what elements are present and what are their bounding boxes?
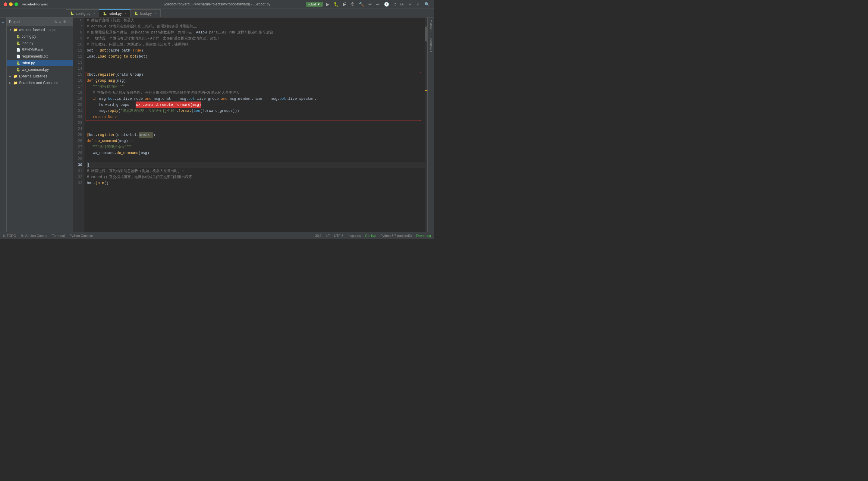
tree-requirements[interactable]: 📄 requirements.txt <box>7 53 73 60</box>
tree-robot[interactable]: 🐍 robot.py <box>7 60 73 66</box>
tab-robot-close[interactable]: × <box>125 12 127 15</box>
panel-header-icons: ⊕ ≡ ⚙ − <box>54 20 70 24</box>
rollback-icon[interactable]: ↺ <box>393 2 398 7</box>
code-line-33: bot.join() <box>87 180 427 186</box>
fold-marker-31[interactable]: ▽ <box>182 168 184 174</box>
scratches-arrow: ▶ <box>9 82 12 85</box>
tab-bar: 🐍 config.py × 🐍 robot.py × 🐍 load.py × <box>0 8 434 18</box>
vcs-item[interactable]: 9: Version Control <box>21 234 47 237</box>
coverage-icon[interactable]: ▶̈ <box>342 2 347 7</box>
code-line-23 <box>87 120 427 126</box>
code-line-16: def group_msg(msg): ▽ <box>87 78 427 84</box>
scroll-marker <box>425 90 427 91</box>
code-line-21: msg.reply('消息发送完毕，共发送至{}个群'.format(len(f… <box>87 108 427 114</box>
code-line-10: # 详细教程、问题反馈、意见建议，关注微信公众号：裸睡的猪 <box>87 41 427 47</box>
gear-icon[interactable]: ⚙ <box>63 20 66 24</box>
tree-scratches[interactable]: ▶ 📁 Scratches and Consoles <box>7 79 73 86</box>
project-tree: ▼ 📁 wxrobot-forward ~/Pyc 🐍 config.py 🐍 … <box>7 26 73 232</box>
tab-load[interactable]: 🐍 load.py × <box>130 9 161 17</box>
run-icon[interactable]: ▶ <box>325 2 330 7</box>
config-file-icon: 🐍 <box>70 11 74 15</box>
sciview-label[interactable]: SciView <box>429 20 433 32</box>
code-line-22: return None <box>87 114 427 120</box>
terminal-item[interactable]: Terminal <box>52 234 65 237</box>
readme-label: README.md <box>22 47 43 52</box>
profile-icon[interactable]: ⏱ <box>350 2 355 7</box>
maximize-button[interactable] <box>14 2 18 6</box>
tab-load-close[interactable]: × <box>155 12 157 15</box>
event-log[interactable]: Event Log <box>416 234 431 237</box>
code-line-7: # console_qr表示在控制台打出二维码, 部署到服务器时需要加上 <box>87 24 427 30</box>
vcs-icon[interactable]: ↩ <box>367 2 373 7</box>
python-console-item[interactable]: Python Console <box>70 234 93 237</box>
git-check-icon[interactable]: ✓ <box>408 2 413 7</box>
code-lines[interactable]: # 微信群直播（转发）机器人 # console_qr表示在控制台打出二维码, … <box>84 18 427 232</box>
config-label: config.py <box>22 34 36 39</box>
cursor-position: 30:1 <box>315 234 321 237</box>
req-label: requirements.txt <box>22 54 48 59</box>
wxcmd-icon: 🐍 <box>16 68 21 72</box>
chevron-down-icon: ▼ <box>317 2 320 6</box>
git-push-icon[interactable]: ✓ <box>415 2 421 7</box>
tab-config[interactable]: 🐍 config.py × <box>66 9 99 17</box>
code-line-12: load.load_config_to_bot(bot) <box>87 54 427 60</box>
code-line-28: wx_command.do_command(msg) <box>87 150 427 156</box>
project-label: Project <box>9 20 20 24</box>
code-line-31: # 堵塞进程，直到结束消息监听（例如，机器人被登出时） ▽ <box>87 168 427 174</box>
extlib-folder-icon: 📁 <box>13 74 18 78</box>
left-strip: 1 <box>0 18 7 232</box>
tree-load[interactable]: 🐍 load.py <box>7 40 73 46</box>
fold-marker-26[interactable]: ▽ <box>131 138 133 144</box>
window-title: wxrobot-forward [~/PycharmProjects/wxrob… <box>164 2 270 6</box>
code-line-32: # embed（）互交模式阻塞，电脑休眠或关闭互交窗口则退出程序 <box>87 174 427 180</box>
tab-config-close[interactable]: × <box>93 12 95 15</box>
build-icon[interactable]: 🔨 <box>358 2 365 7</box>
status-left: 6: TODO 9: Version Control Terminal Pyth… <box>3 234 93 237</box>
code-line-27: """执行管理员命令""" <box>87 144 427 150</box>
minimize-button[interactable] <box>9 2 13 6</box>
run-config-label: robot <box>308 2 316 6</box>
tab-robot-label: robot.py <box>109 11 122 16</box>
settings-icon[interactable]: ≡ <box>59 20 61 24</box>
fold-marker-16[interactable]: ▽ <box>129 78 130 84</box>
readme-icon: 📄 <box>16 48 21 52</box>
tab-load-label: load.py <box>140 11 152 16</box>
right-strip: SciView Database <box>427 18 434 232</box>
code-line-18: # 判断是否满足转发直播条件: 开启直播模式+当前消息是主讲群内的+发消息的人是… <box>87 90 427 96</box>
config-icon: 🐍 <box>16 35 21 39</box>
code-line-9: # 一般情况一个微信可以转发消息到8-9个群，太多的话会提示发送消息过于频繁！ <box>87 36 427 41</box>
code-line-6: # 微信群直播（转发）机器人 <box>87 18 427 24</box>
tree-extlib[interactable]: ▶ 📁 External Libraries <box>7 73 73 79</box>
scrollbar-thumb[interactable] <box>425 27 427 41</box>
debug-icon[interactable]: 🐛 <box>333 2 340 7</box>
scratches-label: Scratches and Consoles <box>19 81 58 85</box>
undo-icon[interactable]: ↩ <box>375 2 381 7</box>
titlebar: wxrobot-forward wxrobot-forward [~/Pycha… <box>0 0 434 8</box>
code-area[interactable]: 6 7 8 9 10 11 12 13 14 15 16 17 18 19 20… <box>73 18 427 232</box>
tree-readme[interactable]: 📄 README.md <box>7 46 73 53</box>
sync-icon[interactable]: ⊕ <box>54 20 57 24</box>
root-label: wxrobot-forward <box>19 28 45 32</box>
code-line-13 <box>87 60 427 66</box>
load-label: load.py <box>22 41 33 45</box>
todo-item[interactable]: 6: TODO <box>3 234 16 237</box>
history-icon[interactable]: 🕐 <box>383 2 390 7</box>
search-icon[interactable]: 🔍 <box>424 2 430 7</box>
load-icon: 🐍 <box>16 41 21 45</box>
tab-robot[interactable]: 🐍 robot.py × <box>99 9 130 17</box>
database-label[interactable]: Database <box>429 38 433 52</box>
git-label: Git: <box>400 2 405 6</box>
run-config-button[interactable]: robot ▼ <box>306 2 323 7</box>
root-folder-icon: 📁 <box>13 28 18 32</box>
inline-highlight-20: wx_command.remote_forward(msg) <box>135 102 201 108</box>
scrollbar-track[interactable] <box>425 18 427 232</box>
collapse-icon[interactable]: − <box>68 20 70 24</box>
code-line-15: @bot.register(chats=Group) <box>87 72 427 78</box>
project-strip-icon[interactable]: 1 <box>1 20 6 25</box>
line-ending: LF <box>326 234 330 237</box>
tree-config[interactable]: 🐍 config.py <box>7 33 73 40</box>
close-button[interactable] <box>4 2 7 6</box>
code-line-20: forward_groups = wx_command.remote_forwa… <box>87 102 427 108</box>
tree-root[interactable]: ▼ 📁 wxrobot-forward ~/Pyc <box>7 27 73 33</box>
tree-wxcommand[interactable]: 🐍 wx_command.py <box>7 66 73 73</box>
